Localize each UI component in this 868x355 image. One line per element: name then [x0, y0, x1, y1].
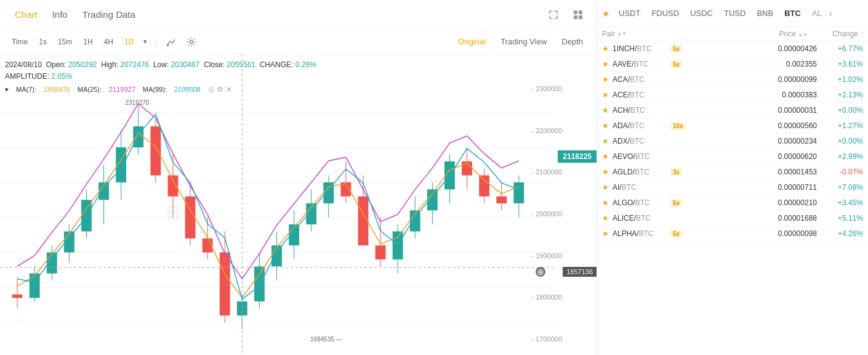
chart-toolbar: Time 1s 15m 1H 4H 1D ▾ Original Trading … [0, 30, 597, 54]
pair-base: ADX [613, 137, 628, 145]
chart-amplitude: 2.05% [51, 72, 72, 81]
pair-price: 0.00000210 [682, 198, 817, 207]
pair-quote: BTC [630, 121, 645, 130]
cur-tab-usdt[interactable]: USDT [614, 6, 645, 20]
pair-quote: BTC [635, 198, 650, 207]
pair-star-icon[interactable]: ★ [602, 121, 609, 130]
candlestick-chart[interactable] [0, 54, 553, 355]
pair-row[interactable]: ★ ACE/BTC 0.0000383 +2.13% [597, 88, 868, 103]
pair-star-icon[interactable]: ★ [602, 229, 609, 238]
pair-name: ADA/BTC [613, 121, 668, 130]
pair-star-icon[interactable]: ★ [602, 168, 609, 176]
cur-tab-btc[interactable]: BTC [779, 6, 806, 20]
pair-price: 0.00001688 [668, 214, 817, 222]
chart-open: 2050292 [68, 60, 97, 69]
pair-star-icon[interactable]: ★ [602, 91, 609, 99]
expand-icon[interactable] [545, 6, 562, 23]
ma-toggle[interactable]: ▾ [5, 84, 9, 96]
pair-change: +3.45% [817, 198, 863, 207]
currency-arrow-right[interactable]: › [829, 9, 832, 18]
pair-star-icon[interactable]: ★ [602, 60, 609, 68]
pair-price: 0.00000711 [668, 183, 817, 192]
pair-base: ACH [613, 106, 628, 115]
tab-info[interactable]: Info [47, 7, 73, 22]
pair-name: ALGO/BTC [613, 198, 668, 207]
pair-quote: BTC [630, 137, 645, 145]
pair-star-icon[interactable]: ★ [602, 106, 609, 115]
pair-row[interactable]: ★ ADX/BTC 0.00000234 +0.00% [597, 134, 868, 149]
pair-list: ★ 1INCH/BTC 5x 0.00000426 +6.77% ★ AAVE/… [597, 41, 868, 355]
pair-row[interactable]: ★ ALGO/BTC 5x 0.00000210 +3.45% [597, 195, 868, 211]
pair-row[interactable]: ★ ADA/BTC 10x 0.00000560 +1.27% [597, 118, 868, 134]
pair-change: +2.99% [817, 152, 863, 161]
pair-name: AGLD/BTC [613, 168, 668, 176]
crosshair-price-value: 1857136 [566, 268, 593, 275]
pair-row[interactable]: ★ AAVE/BTC 5x 0.002355 +3.61% [597, 57, 868, 72]
annotation-1684535: 1684535 — [310, 336, 342, 343]
pair-star-icon[interactable]: ★ [602, 183, 609, 192]
pair-change: +6.77% [817, 44, 863, 53]
pair-star-icon[interactable]: ★ [602, 137, 609, 145]
cur-tab-fdusd[interactable]: FDUSD [646, 6, 684, 20]
ma25-value: 2119927 [109, 84, 135, 96]
pair-badge: 5x [670, 199, 682, 207]
pair-star-icon[interactable]: ★ [602, 152, 609, 161]
cur-tab-tusd[interactable]: TUSD [719, 6, 750, 20]
pair-row[interactable]: ★ ALPHA/BTC 5x 0.00000098 +4.26% [597, 226, 868, 242]
pair-row[interactable]: ★ AGLD/BTC 3x 0.00001453 -0.07% [597, 165, 868, 180]
cur-tab-usdc[interactable]: USDC [685, 6, 718, 20]
annotation-2316270: 2316270 [125, 99, 149, 106]
ma-actions: ◎ ⚙ ✕ [208, 84, 232, 96]
time-dropdown[interactable]: ▾ [140, 36, 150, 47]
pair-star-icon[interactable]: ★ [602, 198, 609, 207]
pair-quote: BTC [636, 214, 651, 222]
pair-row[interactable]: ★ ACA/BTC 0.00000099 +1.02% [597, 72, 868, 88]
time-btn-1s[interactable]: 1s [34, 36, 51, 48]
pair-price: 0.00000098 [682, 229, 817, 238]
pair-price: 0.00000031 [668, 106, 817, 115]
time-btn-15m[interactable]: 15m [54, 36, 76, 48]
time-btn-time[interactable]: Time [7, 36, 32, 48]
price-sort-icon[interactable]: ▲▼ [798, 33, 808, 38]
pair-star-icon[interactable]: ★ [602, 75, 609, 84]
time-btn-4h[interactable]: 4H [100, 36, 118, 48]
tab-trading-data[interactable]: Trading Data [78, 7, 140, 22]
time-btn-1d[interactable]: 1D [120, 36, 138, 48]
chart-type-line-icon[interactable] [163, 33, 180, 51]
pair-name: ACA/BTC [613, 75, 668, 84]
pair-change: +1.02% [817, 75, 863, 84]
pair-sort-icon[interactable]: ▲▼ [617, 31, 627, 36]
pair-row[interactable]: ★ AEVO/BTC 0.00000620 +2.99% [597, 149, 868, 165]
pair-base: AEVO [613, 152, 633, 161]
pair-name: ACH/BTC [613, 106, 668, 115]
settings-icon[interactable] [183, 33, 200, 51]
pair-row[interactable]: ★ ACH/BTC 0.00000031 +0.00% [597, 103, 868, 118]
pair-name: AI/BTC [613, 183, 668, 192]
pair-row[interactable]: ★ 1INCH/BTC 5x 0.00000426 +6.77% [597, 41, 868, 57]
pair-star-icon[interactable]: ★ [602, 214, 609, 222]
svg-rect-1 [579, 10, 582, 14]
view-original[interactable]: Original [452, 35, 492, 48]
ma-eye-icon[interactable]: ◎ [208, 84, 214, 96]
pair-row[interactable]: ★ AI/BTC 0.00000711 +7.08% [597, 180, 868, 195]
pair-price: 0.00000426 [682, 44, 817, 53]
cur-tab-bnb[interactable]: BNB [752, 6, 778, 20]
time-btn-1h[interactable]: 1H [79, 36, 97, 48]
toolbar-separator [156, 36, 157, 48]
tab-chart[interactable]: Chart [10, 7, 42, 22]
change-sort-icon[interactable]: ↕ [861, 31, 863, 36]
ma-gear-icon[interactable]: ⚙ [217, 84, 223, 96]
pair-quote: BTC [633, 60, 648, 68]
view-trading-view[interactable]: Trading View [494, 35, 553, 48]
star-filter-icon[interactable]: ★ [602, 9, 610, 18]
pair-row[interactable]: ★ ALICE/BTC 0.00001688 +5.11% [597, 211, 868, 226]
ma-close-icon[interactable]: ✕ [226, 84, 232, 96]
pair-badge: 5x [670, 60, 682, 68]
grid-icon[interactable] [569, 6, 587, 23]
pair-star-icon[interactable]: ★ [602, 44, 609, 53]
pair-name: AEVO/BTC [613, 152, 668, 161]
cur-tab-al[interactable]: AL [807, 6, 827, 20]
pair-change: +1.27% [817, 121, 863, 130]
view-depth[interactable]: Depth [555, 35, 589, 48]
header-pair: Pair ▲▼ [602, 30, 701, 38]
